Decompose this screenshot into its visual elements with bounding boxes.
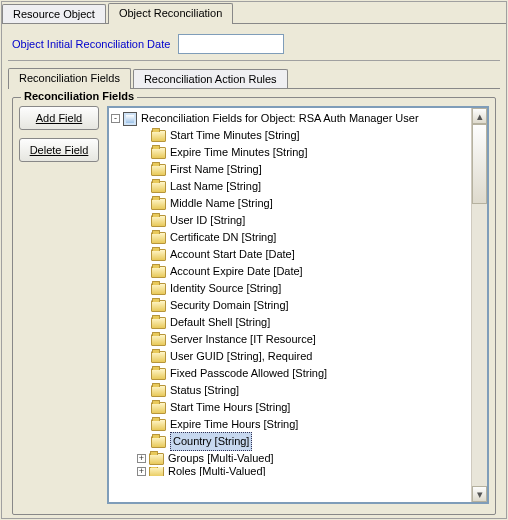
scroll-thumb[interactable] <box>472 124 487 204</box>
initial-recon-date-input[interactable] <box>178 34 284 54</box>
folder-icon <box>151 215 166 227</box>
folder-icon <box>151 368 166 380</box>
expand-icon[interactable]: + <box>137 467 146 476</box>
tree-item-label[interactable]: Status [String] <box>170 382 239 399</box>
collapse-icon[interactable]: - <box>111 114 120 123</box>
scroll-up-button[interactable]: ▴ <box>472 108 487 124</box>
folder-icon <box>151 402 166 414</box>
tab-object-reconciliation[interactable]: Object Reconciliation <box>108 3 233 24</box>
scrollbar[interactable]: ▴ ▾ <box>471 108 487 502</box>
tree-item-label[interactable]: Account Expire Date [Date] <box>170 263 303 280</box>
inner-tabbar: Reconciliation Fields Reconciliation Act… <box>8 67 500 88</box>
folder-icon <box>151 334 166 346</box>
folder-icon <box>151 317 166 329</box>
tree-item-label[interactable]: Account Start Date [Date] <box>170 246 295 263</box>
scroll-down-button[interactable]: ▾ <box>472 486 487 502</box>
tree-item-label[interactable]: Certificate DN [String] <box>170 229 276 246</box>
object-icon <box>123 112 137 126</box>
tree-item-label[interactable]: User GUID [String], Required <box>170 348 312 365</box>
tree-root-label: Reconciliation Fields for Object: RSA Au… <box>141 110 419 127</box>
folder-icon <box>151 385 166 397</box>
folder-icon <box>151 436 166 448</box>
tree-item-label[interactable]: Server Instance [IT Resource] <box>170 331 316 348</box>
folder-icon <box>151 266 166 278</box>
folder-icon <box>151 351 166 363</box>
tree-item-label[interactable]: Country [String] <box>170 432 252 451</box>
tree-item-label[interactable]: Last Name [String] <box>170 178 261 195</box>
tab-reconciliation-fields[interactable]: Reconciliation Fields <box>8 68 131 89</box>
initial-recon-date-label: Object Initial Reconciliation Date <box>12 38 170 50</box>
folder-icon <box>151 147 166 159</box>
tree-item-label[interactable]: Fixed Passcode Allowed [String] <box>170 365 327 382</box>
tree-item-label[interactable]: User ID [String] <box>170 212 245 229</box>
tree-item-label[interactable]: Start Time Hours [String] <box>170 399 290 416</box>
expand-icon[interactable]: + <box>137 454 146 463</box>
top-tabbar: Resource Object Object Reconciliation <box>2 2 506 23</box>
delete-field-button[interactable]: Delete Field <box>19 138 99 162</box>
folder-icon <box>151 300 166 312</box>
tree-view[interactable]: -Reconciliation Fields for Object: RSA A… <box>109 108 471 502</box>
tree-item-label[interactable]: Expire Time Minutes [String] <box>170 144 308 161</box>
tree-item-label[interactable]: First Name [String] <box>170 161 262 178</box>
folder-icon <box>151 198 166 210</box>
folder-icon <box>151 249 166 261</box>
tree-item-label[interactable]: Middle Name [String] <box>170 195 273 212</box>
folder-icon <box>151 130 166 142</box>
tree-item-label[interactable]: Default Shell [String] <box>170 314 270 331</box>
add-field-button[interactable]: Add Field <box>19 106 99 130</box>
folder-icon <box>151 164 166 176</box>
fieldset-legend: Reconciliation Fields <box>21 90 137 102</box>
tab-resource-object[interactable]: Resource Object <box>2 4 106 23</box>
folder-icon <box>151 232 166 244</box>
folder-icon <box>151 283 166 295</box>
tree-item-label[interactable]: Security Domain [String] <box>170 297 289 314</box>
tree-item-label[interactable]: Roles [Multi-Valued] <box>168 467 266 476</box>
tab-reconciliation-action-rules[interactable]: Reconciliation Action Rules <box>133 69 288 88</box>
tree-item-label[interactable]: Start Time Minutes [String] <box>170 127 300 144</box>
folder-icon <box>149 453 164 465</box>
folder-icon <box>151 419 166 431</box>
folder-icon <box>151 181 166 193</box>
folder-icon <box>149 467 164 476</box>
tree-item-label[interactable]: Expire Time Hours [String] <box>170 416 298 433</box>
tree-item-label[interactable]: Groups [Multi-Valued] <box>168 450 274 467</box>
tree-item-label[interactable]: Identity Source [String] <box>170 280 281 297</box>
